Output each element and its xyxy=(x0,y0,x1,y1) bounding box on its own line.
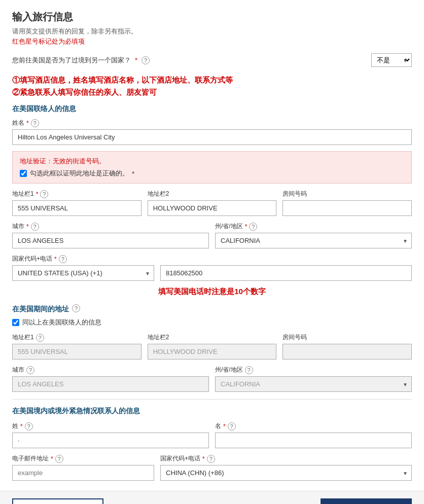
border-question-row: 您前往美国是否为了过境到另一个国家？ * ? 不是 是 xyxy=(12,53,412,67)
addr1-input[interactable] xyxy=(12,200,142,216)
address-confirm-checkbox[interactable] xyxy=(20,170,27,177)
us-period-section: 在美国期间的地址 ? 同以上在美国联络人的信息 地址栏1 ? 地址栏2 xyxy=(12,303,412,392)
name-help-icon[interactable]: ? xyxy=(31,119,39,127)
period-state-select[interactable]: CALIFORNIA NEW YORK xyxy=(215,376,412,392)
period-addr2-group: 地址栏2 xyxy=(148,333,277,359)
emergency-contact-row: 电子邮件地址 * ? 国家代码+电话 * ? CHI xyxy=(12,454,412,481)
annotation-line2: ②紧急联系人填写你信任的亲人、朋友皆可 xyxy=(12,86,412,98)
prev-button[interactable]: ← 前面 xyxy=(12,498,103,504)
us-period-header: 在美国期间的地址 ? xyxy=(12,303,412,314)
section-divider xyxy=(12,399,412,400)
name-label: 姓名 * ? xyxy=(12,119,412,127)
phone-country-field-group: 国家代码+电话 * ? UNITED STATES (USA) (+1) CHI… xyxy=(12,255,154,281)
name-input[interactable] xyxy=(12,129,412,145)
state-field-group: 州/省/地区 * ? CALIFORNIA NEW YORK xyxy=(215,222,412,248)
us-period-help-icon[interactable]: ? xyxy=(72,304,80,312)
us-period-title: 在美国期间的地址 xyxy=(12,305,69,314)
addr2-input[interactable] xyxy=(148,200,277,216)
emergency-email-label: 电子邮件地址 * ? xyxy=(12,454,154,463)
border-question-required: * xyxy=(135,56,137,64)
addr1-label: 地址栏1 * ? xyxy=(12,190,142,198)
room-field-group: 房间号码 xyxy=(282,190,412,216)
same-info-label: 同以上在美国联络人的信息 xyxy=(22,318,101,327)
emergency-lastname-label: 姓 * ? xyxy=(12,422,209,430)
state-select[interactable]: CALIFORNIA NEW YORK xyxy=(215,233,412,248)
annotation-line1: ①填写酒店信息，姓名填写酒店名称，以下酒店地址、联系方式等 xyxy=(12,74,412,86)
next-button[interactable]: 下一个 → xyxy=(321,498,412,504)
period-city-state-row: 城市 ? 州/省/地区 ? CALIFORNIA NEW YORK xyxy=(12,366,412,392)
period-state-label: 州/省/地区 ? xyxy=(215,366,412,374)
period-room-group: 房间号码 xyxy=(282,333,412,359)
annotation-box: ①填写酒店信息，姓名填写酒店名称，以下酒店地址、联系方式等 ②紧急联系人填写你信… xyxy=(12,72,412,102)
error-checkbox-label: 勾选此框以证明此地址是正确的。 xyxy=(30,169,129,178)
phone-row: 国家代码+电话 * ? UNITED STATES (USA) (+1) CHI… xyxy=(12,255,412,281)
addr1-field-group: 地址栏1 * ? xyxy=(12,190,142,216)
emergency-phone-group: 国家代码+电话 * ? CHINA (CHN) (+86) UNITED STA… xyxy=(160,454,412,481)
room-label: 房间号码 xyxy=(282,190,412,198)
emergency-email-group: 电子邮件地址 * ? xyxy=(12,454,154,481)
phone-number-field-group xyxy=(160,255,412,281)
addr2-label: 地址栏2 xyxy=(148,190,277,198)
phone-country-select[interactable]: UNITED STATES (USA) (+1) CHINA (CHN) (+8… xyxy=(12,265,154,281)
emergency-lastname-group: 姓 * ? xyxy=(12,422,209,448)
period-address-row1: 地址栏1 ? 地址栏2 房间号码 xyxy=(12,333,412,359)
state-label: 州/省/地区 * ? xyxy=(215,222,412,231)
border-question-label: 您前往美国是否为了过境到另一个国家？ xyxy=(12,56,131,65)
phone-label: 国家代码+电话 * ? xyxy=(12,255,154,263)
same-info-checkbox[interactable] xyxy=(12,319,19,326)
city-label: 城市 * ? xyxy=(12,222,209,231)
period-room-input[interactable] xyxy=(282,344,412,359)
border-question-select[interactable]: 不是 是 xyxy=(371,53,412,67)
city-field-group: 城市 * ? xyxy=(12,222,209,248)
us-contact-section-title: 在美国联络人的信息 xyxy=(12,104,412,114)
period-state-help-icon[interactable]: ? xyxy=(245,366,253,374)
emergency-email-input[interactable] xyxy=(12,465,154,481)
emergency-title: 在美国境内或境外紧急情况联系人的信息 xyxy=(12,407,412,416)
page-title: 输入旅行信息 xyxy=(12,10,412,24)
emergency-firstname-group: 名 * ? xyxy=(215,422,412,448)
emergency-phone-country-select[interactable]: CHINA (CHN) (+86) UNITED STATES (USA) (+… xyxy=(160,465,412,481)
emergency-lastname-input[interactable] xyxy=(12,433,209,448)
name-field-group: 姓名 * ? xyxy=(12,119,412,145)
page-subtitle: 请用英文提供所有的回复，除非另有指示。 xyxy=(12,27,412,36)
emergency-firstname-label: 名 * ? xyxy=(215,422,412,430)
period-city-label: 城市 ? xyxy=(12,366,209,374)
period-room-label: 房间号码 xyxy=(282,333,412,342)
same-info-row: 同以上在美国联络人的信息 xyxy=(12,318,412,327)
period-addr1-group: 地址栏1 ? xyxy=(12,333,142,359)
period-city-input[interactable] xyxy=(12,376,209,392)
error-title: 地址验证：无效的街道号码。 xyxy=(20,157,404,166)
state-help-icon[interactable]: ? xyxy=(249,223,257,231)
border-question-help-icon[interactable]: ? xyxy=(142,56,150,64)
emergency-email-help-icon[interactable]: ? xyxy=(55,455,63,463)
emergency-firstname-help-icon[interactable]: ? xyxy=(228,422,236,430)
city-input[interactable] xyxy=(12,233,209,248)
period-addr2-input[interactable] xyxy=(148,344,277,359)
emergency-firstname-input[interactable] xyxy=(215,433,412,448)
footer-bar: ← 前面 第四步 下一个 → xyxy=(0,491,424,504)
required-note: 红色星号标记处为必填项 xyxy=(12,37,412,46)
room-input[interactable] xyxy=(282,200,412,216)
addr2-field-group: 地址栏2 xyxy=(148,190,277,216)
period-city-group: 城市 ? xyxy=(12,366,209,392)
phone-number-input[interactable] xyxy=(160,265,412,281)
period-city-help-icon[interactable]: ? xyxy=(26,366,34,374)
period-addr1-input[interactable] xyxy=(12,344,142,359)
phone-annotation: 填写美国电话时注意是10个数字 xyxy=(12,287,412,297)
city-state-row: 城市 * ? 州/省/地区 * ? CALIFORNIA NEW YORK xyxy=(12,222,412,248)
period-addr1-help-icon[interactable]: ? xyxy=(36,334,44,342)
emergency-lastname-help-icon[interactable]: ? xyxy=(25,422,33,430)
emergency-name-row: 姓 * ? 名 * ? xyxy=(12,422,412,448)
period-state-group: 州/省/地区 ? CALIFORNIA NEW YORK xyxy=(215,366,412,392)
period-addr1-label: 地址栏1 ? xyxy=(12,333,142,342)
emergency-phone-help-icon[interactable]: ? xyxy=(207,455,215,463)
emergency-phone-label: 国家代码+电话 * ? xyxy=(160,454,412,463)
phone-help-icon[interactable]: ? xyxy=(59,255,67,263)
addr1-help-icon[interactable]: ? xyxy=(40,190,48,198)
period-addr2-label: 地址栏2 xyxy=(148,333,277,342)
address-error-box: 地址验证：无效的街道号码。 勾选此框以证明此地址是正确的。 * xyxy=(12,151,412,184)
emergency-section: 在美国境内或境外紧急情况联系人的信息 姓 * ? 名 * ? xyxy=(12,407,412,481)
error-checkbox-row: 勾选此框以证明此地址是正确的。 * xyxy=(20,169,404,178)
city-help-icon[interactable]: ? xyxy=(31,223,39,231)
address-row1: 地址栏1 * ? 地址栏2 房间号码 xyxy=(12,190,412,216)
